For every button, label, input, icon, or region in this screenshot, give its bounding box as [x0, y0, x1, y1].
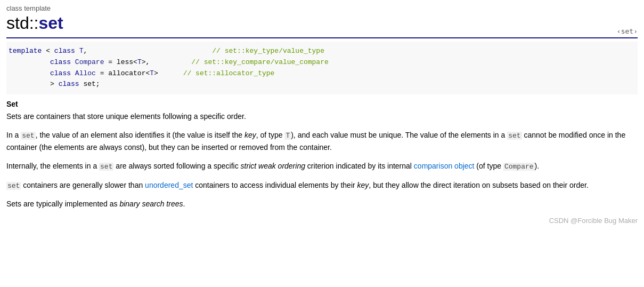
- class-label: class template: [6, 4, 638, 12]
- em-key2: key: [357, 181, 369, 189]
- code-kw-class2: class: [50, 58, 71, 66]
- para1: In a set, the value of an element also i…: [6, 129, 638, 154]
- para3: set containers are generally slower than…: [6, 179, 638, 192]
- em-strict-weak-ordering: strict weak ordering: [241, 162, 305, 170]
- inline-code-T: T: [284, 132, 291, 140]
- set-link[interactable]: ‹set›: [617, 27, 638, 35]
- em-key: key: [244, 131, 256, 139]
- code-kw-class4: class: [59, 80, 79, 88]
- section1-title: Set: [6, 100, 638, 108]
- para2: Internally, the elements in a set are al…: [6, 160, 638, 173]
- code-compare: Compare: [75, 58, 104, 66]
- code-kw-class1: class: [54, 47, 75, 55]
- class-prefix: std::: [6, 13, 38, 33]
- inline-code-set4: set: [6, 182, 21, 190]
- inline-code-set2: set: [507, 132, 521, 140]
- class-name: set: [38, 13, 63, 33]
- code-kw-class3: class: [50, 69, 71, 77]
- code-block: template < class T, // set::key_type/val…: [6, 42, 638, 94]
- code-type-T: T: [79, 47, 84, 55]
- watermark: CSDN @Forcible Bug Maker: [6, 217, 638, 225]
- inline-code-compare: Compare: [503, 163, 535, 171]
- code-comment3: // set::allocator_type: [183, 69, 275, 77]
- unordered-set-link[interactable]: unordered_set: [145, 181, 193, 189]
- code-comment1: // set::key_type/value_type: [212, 47, 324, 55]
- code-comment2: // set::key_compare/value_compare: [191, 58, 328, 66]
- code-kw-template: template: [9, 47, 42, 55]
- comparison-object-link[interactable]: comparison object: [414, 162, 475, 170]
- para4: Sets are typically implemented as binary…: [6, 198, 638, 210]
- em-bst: binary search trees: [119, 200, 183, 208]
- inline-code-set1: set: [21, 132, 35, 140]
- code-alloc: Alloc: [75, 69, 96, 77]
- section1-text: Sets are containers that store unique el…: [6, 110, 638, 122]
- title-row: std::set ‹set›: [6, 13, 638, 38]
- class-title: std::set: [6, 13, 63, 33]
- code-setname: set: [83, 80, 95, 88]
- inline-code-set3: set: [99, 163, 113, 171]
